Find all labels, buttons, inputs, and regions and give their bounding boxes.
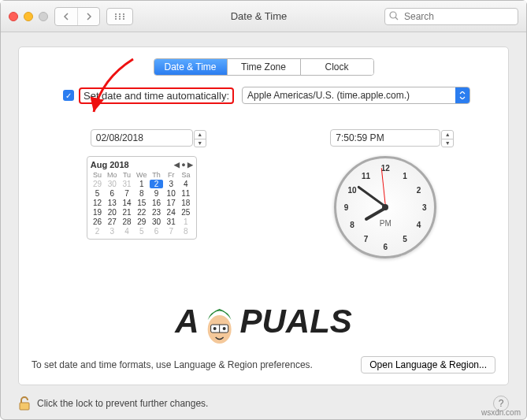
calendar-day[interactable]: 22 [135, 208, 149, 217]
date-column: 02/08/2018 ▲▼ Aug 2018 ◀ ● ▶ SuMoTuW [32, 129, 252, 258]
forward-button[interactable] [77, 8, 99, 25]
time-value: 7:50:59 PM [336, 132, 384, 143]
lock-row: Click the lock to prevent further change… [18, 396, 509, 411]
calendar-dow: Fr [164, 171, 178, 179]
calendar-day[interactable]: 2 [150, 180, 164, 188]
calendar-day[interactable]: 6 [105, 189, 119, 198]
clock-num-6: 6 [383, 242, 388, 251]
clock-num-2: 2 [417, 185, 421, 194]
preferences-panel: Date & Time Time Zone Clock ✓ Set date a… [18, 46, 509, 385]
lock-icon[interactable] [18, 396, 31, 411]
calendar-day[interactable]: 15 [135, 199, 149, 207]
calendar-day[interactable]: 26 [91, 217, 105, 226]
calendar-day-muted: 29 [91, 180, 105, 188]
svg-point-6 [115, 18, 117, 20]
calendar-dow: We [135, 171, 149, 179]
svg-rect-12 [210, 325, 228, 333]
calendar-day[interactable]: 9 [150, 189, 164, 198]
format-hint: To set date and time formats, use Langua… [32, 359, 313, 370]
calendar-day-muted: 8 [179, 227, 193, 236]
calendar-day[interactable]: 17 [164, 199, 178, 207]
calendar-day[interactable]: 13 [105, 199, 119, 207]
date-field[interactable]: 02/08/2018 ▲▼ [91, 129, 193, 147]
calendar-today-button[interactable]: ● [181, 161, 185, 169]
calendar-prev-button[interactable]: ◀ [174, 161, 180, 169]
clock-num-3: 3 [422, 203, 427, 212]
calendar-day[interactable]: 29 [135, 217, 149, 226]
calendar-day[interactable]: 19 [91, 208, 105, 217]
calendar-next-button[interactable]: ▶ [187, 161, 193, 169]
search-icon [389, 11, 399, 23]
back-button[interactable] [55, 8, 77, 25]
calendar-day[interactable]: 30 [150, 217, 164, 226]
clock-num-11: 11 [362, 172, 370, 180]
appuals-mascot-icon [200, 298, 238, 345]
calendar-day[interactable]: 1 [135, 180, 149, 188]
calendar-day-muted: 2 [91, 227, 105, 236]
calendar-day[interactable]: 23 [150, 208, 164, 217]
calendar-day[interactable]: 28 [120, 217, 134, 226]
calendar-day[interactable]: 21 [120, 208, 134, 217]
show-all-button[interactable] [106, 8, 133, 25]
calendar-day[interactable]: 18 [179, 199, 193, 207]
close-window-button[interactable] [9, 12, 18, 21]
calendar-month-label: Aug 2018 [91, 160, 129, 169]
clock-num-12: 12 [381, 164, 390, 173]
calendar-day[interactable]: 14 [120, 199, 134, 207]
content: Date & Time Time Zone Clock ✓ Set date a… [1, 32, 526, 419]
svg-point-4 [119, 16, 121, 17]
clock-num-5: 5 [403, 234, 407, 243]
window-title: Date & Time [139, 10, 378, 22]
search-input[interactable] [384, 8, 518, 25]
calendar-day-muted: 30 [105, 180, 119, 188]
calendar-dow: Th [150, 171, 164, 179]
calendar-dow: Tu [120, 171, 134, 179]
calendar-day[interactable]: 7 [120, 189, 134, 198]
calendar-day[interactable]: 11 [179, 189, 193, 198]
minimize-window-button[interactable] [24, 12, 33, 21]
calendar-day[interactable]: 10 [164, 189, 178, 198]
clock-num-10: 10 [348, 185, 357, 194]
time-stepper[interactable]: ▲▼ [441, 130, 454, 147]
chevron-up-icon: ▲ [195, 131, 206, 139]
auto-set-checkbox[interactable]: ✓ [63, 90, 74, 101]
clock-num-4: 4 [417, 221, 421, 229]
calendar-day[interactable]: 12 [91, 199, 105, 207]
calendar-day-muted: 6 [150, 227, 164, 236]
zoom-window-button [39, 12, 48, 21]
titlebar: Date & Time [1, 1, 526, 32]
tab-clock[interactable]: Clock [301, 59, 373, 75]
calendar-day[interactable]: 27 [105, 217, 119, 226]
svg-point-3 [115, 16, 117, 17]
tab-segmented-control: Date & Time Time Zone Clock [154, 58, 374, 76]
clock-num-7: 7 [364, 234, 369, 243]
calendar-day-muted: 1 [179, 217, 193, 226]
date-value: 02/08/2018 [96, 132, 143, 143]
open-language-region-button[interactable]: Open Language & Region... [361, 356, 495, 374]
tab-date-time[interactable]: Date & Time [154, 59, 228, 75]
date-stepper[interactable]: ▲▼ [194, 130, 206, 147]
calendar-day[interactable]: 3 [164, 180, 178, 188]
calendar-day[interactable]: 8 [135, 189, 149, 198]
chevron-down-icon [455, 87, 469, 103]
time-server-select[interactable]: Apple Americas/U.S. (time.apple.com.) [242, 87, 470, 104]
clock-num-1: 1 [403, 172, 407, 180]
calendar: Aug 2018 ◀ ● ▶ SuMoTuWeThFrSa29303112345… [87, 156, 197, 240]
calendar-day[interactable]: 16 [150, 199, 164, 207]
date-time-columns: 02/08/2018 ▲▼ Aug 2018 ◀ ● ▶ SuMoTuW [32, 129, 495, 258]
calendar-day[interactable]: 5 [91, 189, 105, 198]
footer-row: To set date and time formats, use Langua… [32, 356, 495, 374]
calendar-day[interactable]: 25 [179, 208, 193, 217]
calendar-day-muted: 31 [120, 180, 134, 188]
calendar-day[interactable]: 20 [105, 208, 119, 217]
svg-point-9 [390, 12, 396, 18]
calendar-day[interactable]: 31 [164, 217, 178, 226]
calendar-day[interactable]: 24 [164, 208, 178, 217]
svg-point-2 [123, 13, 124, 15]
time-server-value: Apple Americas/U.S. (time.apple.com.) [247, 90, 410, 101]
analog-clock: 12 1 2 3 4 5 6 7 8 9 10 11 [334, 156, 436, 258]
calendar-day-muted: 5 [135, 227, 149, 236]
calendar-day[interactable]: 4 [179, 180, 193, 188]
tab-time-zone[interactable]: Time Zone [228, 59, 301, 75]
time-field[interactable]: 7:50:59 PM ▲▼ [330, 129, 440, 147]
